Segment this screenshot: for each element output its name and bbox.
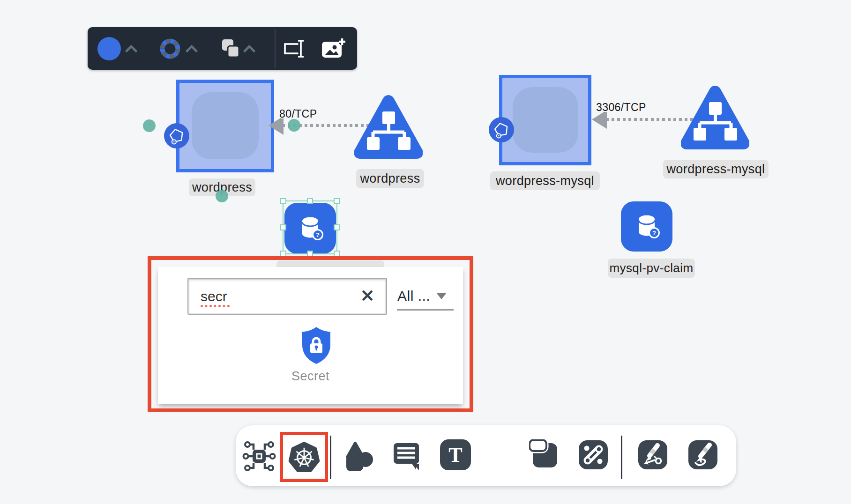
pen-arrow-tool[interactable] [637, 439, 668, 470]
connection-point-dot[interactable] [288, 119, 300, 132]
secret-result-label: Secret [158, 369, 463, 384]
replicaset-inner-shape [513, 87, 578, 153]
fill-color-swatch[interactable] [97, 37, 121, 60]
database-question-icon: ? [632, 212, 662, 242]
connection-point-dot[interactable] [216, 190, 228, 202]
toolbar-divider [275, 29, 276, 68]
frame-tool[interactable] [529, 439, 560, 470]
pvc-node-mysql-pv-claim[interactable]: ? [621, 201, 672, 252]
canvas[interactable]: wordpress 80/TCP wordpress wordpress-mys… [0, 0, 851, 504]
network-chip-tool[interactable] [240, 438, 278, 474]
style-toolbar [88, 27, 357, 70]
border-options-chevron[interactable] [185, 44, 198, 53]
comment-tool[interactable] [391, 439, 422, 472]
text-tool[interactable]: T [440, 439, 471, 470]
shape-picker-popup: ✕ All ... Secret [158, 267, 463, 404]
pod-icon[interactable] [489, 117, 514, 142]
selection-handle[interactable] [334, 224, 340, 230]
replace-image-button[interactable] [321, 37, 347, 60]
node-label: mysql-pv-claim [608, 259, 695, 278]
frame-icon [529, 439, 560, 470]
comment-icon [391, 440, 421, 471]
shapes-icon [341, 439, 374, 473]
network-chip-icon [241, 438, 277, 474]
node-label: wordpress-mysql [490, 171, 600, 190]
kubernetes-tool[interactable] [284, 437, 324, 477]
toolbar-divider [330, 436, 331, 479]
copy-style-chevron[interactable] [243, 44, 256, 53]
pod-icon[interactable] [164, 123, 189, 148]
rename-icon [283, 39, 307, 59]
pencil-icon [687, 439, 718, 470]
service-triangle-icon [681, 83, 749, 154]
selection-handle[interactable] [280, 198, 286, 204]
overlap-squares-icon [219, 37, 242, 60]
selection-handle[interactable] [334, 198, 340, 204]
pod-pentagon-icon [167, 126, 186, 145]
svg-text:?: ? [652, 230, 656, 237]
shield-lock-icon [300, 326, 332, 366]
dashed-ring-icon [158, 37, 182, 61]
node-label: wordpress [356, 169, 424, 188]
node-label: wordpress-mysql [663, 160, 769, 178]
dropdown-arrow-icon[interactable] [436, 293, 447, 299]
kind-filter-dropdown[interactable]: All ... [397, 288, 430, 304]
service-triangle-icon [354, 93, 423, 163]
fill-options-chevron[interactable] [125, 44, 138, 53]
service-node-wordpress-mysql[interactable] [681, 83, 749, 154]
secret-result-item[interactable] [300, 326, 332, 366]
tool-palette: T [236, 425, 736, 486]
copy-style-button[interactable] [219, 37, 242, 60]
replicaset-inner-shape [192, 92, 259, 159]
edge-port-label: 3306/TCP [596, 101, 646, 114]
kubernetes-icon [288, 441, 320, 473]
deployment-node-wordpress-mysql[interactable] [499, 75, 591, 165]
selection-box[interactable] [283, 200, 337, 254]
pencil-tool[interactable] [687, 439, 718, 470]
pen-arrow-icon [637, 439, 668, 470]
border-style-button[interactable] [158, 37, 182, 61]
selection-handle[interactable] [307, 198, 313, 204]
connector-tool[interactable] [578, 439, 609, 470]
deployment-node-wordpress[interactable] [176, 80, 274, 172]
pod-pentagon-icon [492, 120, 511, 139]
chevron-up-icon [243, 44, 256, 53]
edge-port-label: 80/TCP [279, 108, 317, 120]
clear-search-icon[interactable]: ✕ [360, 288, 374, 304]
search-input[interactable] [187, 278, 387, 315]
service-node-wordpress[interactable] [354, 93, 423, 163]
rename-button[interactable] [283, 39, 307, 59]
text-icon: T [440, 439, 471, 470]
svg-text:T: T [448, 444, 462, 467]
toolbar-divider [621, 436, 622, 479]
connector-icon [578, 439, 609, 470]
add-image-icon [321, 37, 347, 60]
spellcheck-underline [201, 305, 230, 307]
shapes-tool[interactable] [340, 438, 375, 474]
chevron-up-icon [185, 44, 198, 53]
dropdown-underline [397, 309, 454, 311]
connection-point-dot[interactable] [143, 119, 156, 132]
selection-handle[interactable] [280, 224, 286, 230]
chevron-up-icon [125, 44, 138, 53]
